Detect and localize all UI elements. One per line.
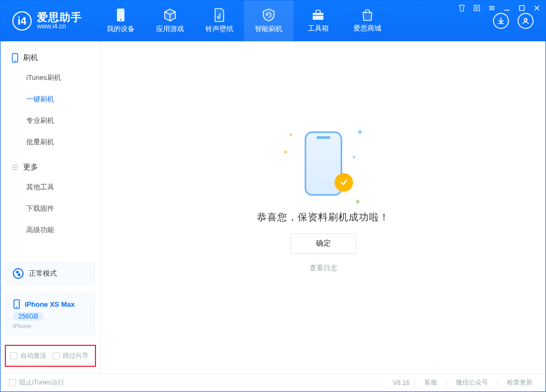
menu-button[interactable]	[488, 4, 496, 12]
svg-point-8	[14, 61, 16, 62]
device-small-icon	[11, 53, 19, 63]
device-name: iPhone XS Max	[25, 300, 75, 308]
checkbox-label: 自动激活	[20, 351, 46, 360]
nav-smart-flash[interactable]: 智能刷机	[244, 1, 293, 41]
svg-point-1	[120, 19, 122, 21]
toolbox-icon	[311, 9, 325, 21]
music-file-icon	[213, 8, 225, 22]
header: i4 爱思助手 www.i4.cn 我的设备 应用游戏 铃声壁纸 智能刷机	[1, 1, 545, 41]
device-name-row: iPhone XS Max	[13, 299, 88, 309]
sidebar-item-advanced[interactable]: 高级功能	[1, 219, 100, 241]
support-link[interactable]: 客服	[420, 378, 441, 387]
app-name: 爱思助手	[37, 11, 82, 23]
minimize-button[interactable]	[503, 4, 511, 12]
sparkle-icon	[355, 199, 359, 203]
sidebar-section-flash: 刷机	[1, 49, 100, 67]
svg-rect-3	[313, 15, 323, 16]
maximize-button[interactable]	[518, 4, 526, 12]
nav-my-device[interactable]: 我的设备	[96, 1, 145, 41]
mode-label: 正常模式	[29, 269, 57, 278]
version-label: V8.16	[393, 379, 409, 387]
app-window: i4 爱思助手 www.i4.cn 我的设备 应用游戏 铃声壁纸 智能刷机	[0, 0, 546, 392]
nav-label: 铃声壁纸	[205, 24, 233, 34]
ok-button[interactable]: 确定	[291, 233, 356, 254]
dot-icon	[353, 156, 355, 158]
device-card[interactable]: iPhone XS Max 256GB iPhone	[6, 293, 95, 335]
checkbox-label: 跳过向导	[63, 351, 88, 360]
divider: |	[446, 379, 447, 387]
bag-icon	[361, 9, 374, 21]
app-logo-icon: i4	[12, 11, 32, 31]
list-icon	[11, 164, 19, 171]
checkbox-auto-activate[interactable]: 自动激活	[10, 351, 46, 360]
nav-label: 我的设备	[107, 24, 135, 34]
success-message: 恭喜您，保资料刷机成功啦！	[257, 211, 389, 224]
maximize-icon	[518, 4, 526, 12]
user-icon	[522, 17, 529, 25]
mode-card[interactable]: 正常模式	[6, 262, 95, 285]
nav-label: 智能刷机	[255, 24, 283, 34]
view-log-link[interactable]: 查看日志	[309, 263, 337, 273]
svg-point-10	[16, 307, 17, 308]
section-title: 更多	[23, 162, 38, 172]
top-nav: 我的设备 应用游戏 铃声壁纸 智能刷机 工具箱 爱思商城	[96, 1, 392, 41]
sidebar-item-batch-flash[interactable]: 批量刷机	[1, 131, 100, 153]
checkbox-icon	[53, 352, 60, 359]
check-update-link[interactable]: 检查更新	[503, 378, 537, 387]
nav-label: 工具箱	[308, 24, 329, 33]
note-icon	[473, 4, 481, 12]
statusbar-right: V8.16 | 客服 | 微信公众号 | 检查更新	[393, 378, 537, 387]
nav-apps-games[interactable]: 应用游戏	[145, 1, 195, 41]
wechat-link[interactable]: 微信公众号	[452, 378, 492, 387]
user-button[interactable]	[518, 13, 534, 29]
checkbox-skip-guide[interactable]: 跳过向导	[53, 351, 88, 360]
svg-rect-6	[520, 6, 525, 11]
sparkle-icon	[357, 129, 361, 134]
logo-area: i4 爱思助手 www.i4.cn	[1, 1, 92, 41]
status-bar: 阻止iTunes运行 V8.16 | 客服 | 微信公众号 | 检查更新	[1, 373, 545, 391]
checkbox-icon	[9, 379, 16, 386]
shirt-icon	[458, 4, 466, 12]
dot-icon	[290, 134, 292, 136]
nav-label: 爱思商城	[353, 24, 381, 33]
menu-icon	[488, 4, 496, 12]
success-illustration	[289, 126, 358, 201]
sidebar-item-other-tools[interactable]: 其他工具	[1, 176, 100, 198]
window-controls	[458, 4, 541, 12]
download-icon	[497, 17, 505, 25]
svg-point-4	[524, 18, 527, 21]
nav-ringtones-wallpapers[interactable]: 铃声壁纸	[195, 1, 244, 41]
logo-text: 爱思助手 www.i4.cn	[37, 11, 82, 30]
skin-button[interactable]	[458, 4, 466, 12]
app-url: www.i4.cn	[37, 23, 82, 30]
sidebar-item-download-firmware[interactable]: 下载固件	[1, 198, 100, 219]
sidebar-item-itunes-flash[interactable]: iTunes刷机	[1, 67, 100, 88]
content-area: 恭喜您，保资料刷机成功啦！ 确定 查看日志	[101, 41, 545, 373]
svg-rect-2	[313, 13, 323, 20]
download-button[interactable]	[493, 13, 509, 29]
feedback-button[interactable]	[473, 4, 481, 12]
sidebar-item-oneclick-flash[interactable]: 一键刷机	[1, 88, 100, 110]
nav-store[interactable]: 爱思商城	[343, 1, 392, 41]
sparkle-icon	[283, 150, 287, 153]
sidebar-item-pro-flash[interactable]: 专业刷机	[1, 110, 100, 131]
checkbox-block-itunes[interactable]: 阻止iTunes运行	[9, 378, 64, 387]
refresh-shield-icon	[262, 8, 276, 22]
divider: |	[497, 379, 498, 387]
device-sub: iPhone	[13, 323, 88, 329]
section-title: 刷机	[23, 53, 38, 63]
divider: |	[414, 379, 416, 387]
phone-small-icon	[13, 299, 20, 309]
close-icon	[533, 4, 541, 12]
nav-label: 应用游戏	[156, 24, 184, 34]
sidebar: 刷机 iTunes刷机 一键刷机 专业刷机 批量刷机 更多 其他工具 下载固件 …	[1, 41, 101, 373]
check-badge-icon	[335, 173, 353, 191]
options-highlight-box: 自动激活 跳过向导	[5, 345, 96, 367]
close-button[interactable]	[533, 4, 541, 12]
phone-icon	[115, 8, 127, 22]
device-storage: 256GB	[13, 312, 43, 321]
cube-icon	[163, 8, 177, 22]
nav-toolbox[interactable]: 工具箱	[293, 1, 343, 41]
mode-icon	[13, 268, 24, 279]
checkbox-label: 阻止iTunes运行	[19, 378, 64, 387]
